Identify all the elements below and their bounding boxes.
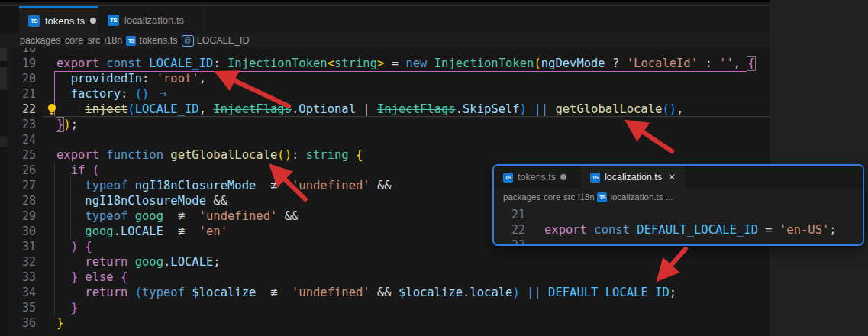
- line-number: 34: [0, 285, 36, 300]
- code-line[interactable]: 20 providedIn: 'root',: [0, 71, 770, 86]
- code-line[interactable]: 34 return (typeof $localize ≢ 'undefined…: [0, 285, 770, 300]
- breadcrumb-label: src: [563, 192, 575, 202]
- code-token: [56, 102, 85, 116]
- code-line[interactable]: 21: [494, 207, 863, 222]
- line-number: 20: [0, 71, 36, 86]
- code-token: [56, 270, 71, 284]
- code-token: [56, 286, 85, 299]
- breadcrumb-label: tokens.ts: [139, 35, 177, 46]
- code-token: export: [56, 57, 99, 70]
- code-token: [56, 163, 71, 177]
- line-number: 33: [0, 270, 36, 285]
- breadcrumb-item--[interactable]: ...: [666, 192, 673, 202]
- code-text: return (typeof $localize ≢ 'undefined' &…: [56, 285, 676, 300]
- code-text: goog.LOCALE ≢ 'en': [56, 224, 227, 239]
- code-token: [56, 194, 85, 208]
- code-token: else: [85, 270, 113, 284]
- code-token: [392, 286, 399, 299]
- code-token: [192, 225, 198, 238]
- breadcrumb-item-tokens-ts[interactable]: TStokens.ts: [126, 35, 177, 46]
- code-line[interactable]: 35 }: [0, 300, 770, 315]
- code-token: ): [142, 87, 149, 101]
- code-line[interactable]: 18: [0, 48, 770, 56]
- code-token: .: [463, 286, 469, 299]
- code-token: DEFAULT_LOCALE_ID: [637, 223, 758, 237]
- code-token: (: [277, 148, 284, 162]
- code-token: [142, 57, 149, 70]
- code-line[interactable]: 19export const LOCALE_ID: InjectionToken…: [0, 56, 770, 71]
- code-token: DEFAULT_LOCALE_ID: [548, 286, 670, 299]
- code-text: if (: [56, 163, 99, 178]
- code-token: ≢: [263, 285, 285, 300]
- breadcrumb-label: packages: [20, 35, 61, 46]
- code-token: SkipSelf: [463, 102, 520, 116]
- breadcrumb-item-i18n[interactable]: i18n: [105, 35, 123, 46]
- breadcrumb-item-packages[interactable]: packages: [20, 35, 61, 46]
- code-line[interactable]: 24: [0, 132, 770, 147]
- code-token: if: [71, 163, 86, 177]
- code-token: 'en': [199, 225, 227, 238]
- breadcrumb-label: i18n: [105, 35, 123, 46]
- inset-code-area[interactable]: 2122export const DEFAULT_LOCALE_ID = 'en…: [494, 205, 863, 246]
- code-token: ,: [199, 102, 214, 116]
- code-token: [149, 87, 156, 101]
- code-line[interactable]: 33 } else {: [0, 270, 770, 285]
- code-token: $localize: [192, 286, 256, 299]
- line-number: 19: [0, 56, 36, 71]
- code-token: [256, 286, 263, 299]
- code-token: string: [334, 57, 377, 70]
- breadcrumb-label: LOCALE_ID: [197, 35, 250, 46]
- code-token: [163, 209, 170, 223]
- code-token: ||: [527, 286, 541, 299]
- breadcrumb-item-core[interactable]: core: [544, 192, 560, 202]
- code-token: [356, 102, 363, 116]
- line-number: 36: [0, 315, 36, 331]
- code-line[interactable]: 32 return goog.LOCALE;: [0, 254, 770, 270]
- code-text: factory: () ⇒: [56, 86, 170, 102]
- breadcrumb-item-packages[interactable]: packages: [503, 192, 540, 202]
- code-token: [56, 72, 71, 86]
- code-token: ;: [213, 255, 220, 269]
- breadcrumb-item-src[interactable]: src: [88, 35, 101, 46]
- breadcrumb-item-src[interactable]: src: [563, 192, 575, 202]
- code-line[interactable]: 23: [494, 237, 863, 246]
- code-token: [99, 57, 106, 70]
- code-token: string: [306, 148, 349, 162]
- breadcrumb-item-i18n[interactable]: i18n: [578, 192, 595, 202]
- code-text: });: [56, 117, 78, 132]
- code-line[interactable]: 25export function getGlobalLocale(): str…: [0, 147, 770, 163]
- code-token: return: [85, 286, 127, 299]
- code-token: goog: [85, 225, 113, 238]
- tab-tokens-ts[interactable]: TStokens.ts: [19, 6, 98, 34]
- breadcrumb-item-LOCALE_ID[interactable]: @LOCALE_ID: [182, 35, 250, 47]
- code-token: ): [670, 102, 676, 116]
- inset-editor-popup: TStokens.tsTSlocalization.ts✕ packages›c…: [492, 164, 864, 246]
- code-line[interactable]: 22export const DEFAULT_LOCALE_ID = 'en-U…: [494, 222, 863, 237]
- code-token: [427, 57, 434, 70]
- tab-bar-corner: [0, 6, 19, 34]
- code-token: typeof: [85, 209, 127, 223]
- tab-localization-ts[interactable]: TSlocalization.ts✕: [582, 166, 686, 189]
- breadcrumb-label: packages: [503, 192, 540, 202]
- breadcrumb-item-core[interactable]: core: [65, 35, 83, 46]
- code-token: :: [142, 72, 156, 86]
- code-token: >: [377, 57, 384, 70]
- close-icon[interactable]: ✕: [666, 172, 677, 183]
- lightbulb-icon[interactable]: [46, 103, 58, 115]
- tab-localization-ts[interactable]: TSlocalization.ts: [98, 6, 204, 34]
- code-line[interactable]: 36}: [0, 315, 770, 331]
- line-number: 21: [494, 207, 525, 222]
- code-line[interactable]: 23});: [0, 117, 770, 132]
- modified-dot-icon: [90, 18, 96, 24]
- tab-bar: TStokens.tsTSlocalization.ts: [0, 5, 770, 34]
- breadcrumb-item-localization-ts[interactable]: TSlocalization.ts: [597, 192, 663, 202]
- line-number: 22: [494, 222, 525, 237]
- code-text: return goog.LOCALE;: [56, 254, 221, 270]
- code-token: locale: [469, 286, 512, 299]
- code-token: [185, 286, 192, 299]
- code-line[interactable]: 21 factory: () ⇒: [0, 86, 770, 102]
- tab-tokens-ts[interactable]: TStokens.ts: [495, 166, 582, 189]
- code-token: [127, 179, 134, 192]
- code-line[interactable]: 22 inject(LOCALE_ID, InjectFlags.Optiona…: [0, 102, 770, 117]
- typescript-file-icon: TS: [590, 173, 600, 183]
